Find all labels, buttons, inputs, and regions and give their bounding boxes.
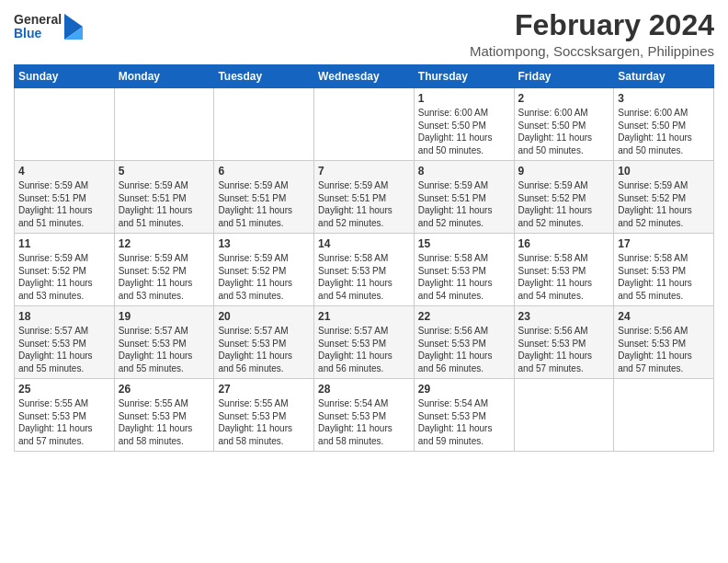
day-number: 10 [618,165,710,178]
calendar-cell: 18Sunrise: 5:57 AM Sunset: 5:53 PM Dayli… [15,306,115,379]
calendar-cell: 12Sunrise: 5:59 AM Sunset: 5:52 PM Dayli… [114,234,214,306]
calendar-week-row: 1Sunrise: 6:00 AM Sunset: 5:50 PM Daylig… [15,88,714,161]
cell-text: Sunrise: 5:58 AM Sunset: 5:53 PM Dayligh… [318,252,410,302]
day-number: 12 [119,237,210,250]
day-number: 24 [618,310,710,323]
day-number: 28 [318,383,410,396]
calendar-cell: 5Sunrise: 5:59 AM Sunset: 5:51 PM Daylig… [114,161,214,234]
day-number: 26 [119,383,210,396]
calendar-cell: 15Sunrise: 5:58 AM Sunset: 5:53 PM Dayli… [414,234,514,306]
calendar-cell: 24Sunrise: 5:56 AM Sunset: 5:53 PM Dayli… [614,306,714,379]
cell-text: Sunrise: 5:59 AM Sunset: 5:52 PM Dayligh… [18,252,110,302]
calendar-header-row: SundayMondayTuesdayWednesdayThursdayFrid… [15,65,714,88]
calendar-header-cell: Sunday [15,65,115,88]
calendar-cell: 10Sunrise: 5:59 AM Sunset: 5:52 PM Dayli… [614,161,714,234]
calendar-cell: 21Sunrise: 5:57 AM Sunset: 5:53 PM Dayli… [314,306,415,379]
day-number: 22 [418,310,510,323]
day-number: 9 [518,165,610,178]
calendar-cell: 8Sunrise: 5:59 AM Sunset: 5:51 PM Daylig… [414,161,514,234]
cell-text: Sunrise: 5:55 AM Sunset: 5:53 PM Dayligh… [18,397,110,447]
calendar-header-cell: Monday [114,65,214,88]
cell-text: Sunrise: 5:57 AM Sunset: 5:53 PM Dayligh… [318,325,410,374]
day-number: 13 [218,237,310,250]
calendar-cell: 28Sunrise: 5:54 AM Sunset: 5:53 PM Dayli… [314,379,415,452]
cell-text: Sunrise: 5:59 AM Sunset: 5:52 PM Dayligh… [618,179,710,229]
logo-icon [64,14,83,40]
day-number: 1 [418,92,510,105]
day-number: 7 [318,165,410,178]
day-number: 4 [18,165,110,178]
calendar-cell: 27Sunrise: 5:55 AM Sunset: 5:53 PM Dayli… [214,379,314,452]
calendar-header-cell: Wednesday [314,65,415,88]
day-number: 15 [418,237,510,250]
calendar-week-row: 11Sunrise: 5:59 AM Sunset: 5:52 PM Dayli… [15,234,714,306]
cell-text: Sunrise: 6:00 AM Sunset: 5:50 PM Dayligh… [618,107,710,156]
page: General Blue February 2024 Matiompong, S… [0,0,728,563]
cell-text: Sunrise: 5:54 AM Sunset: 5:53 PM Dayligh… [318,397,410,447]
cell-text: Sunrise: 5:56 AM Sunset: 5:53 PM Dayligh… [418,325,510,374]
cell-text: Sunrise: 5:55 AM Sunset: 5:53 PM Dayligh… [119,397,210,447]
cell-text: Sunrise: 6:00 AM Sunset: 5:50 PM Dayligh… [418,107,510,156]
cell-text: Sunrise: 5:58 AM Sunset: 5:53 PM Dayligh… [618,252,710,302]
calendar-cell [314,88,415,161]
calendar-cell: 13Sunrise: 5:59 AM Sunset: 5:52 PM Dayli… [214,234,314,306]
calendar-cell: 20Sunrise: 5:57 AM Sunset: 5:53 PM Dayli… [214,306,314,379]
calendar-cell [514,379,614,452]
calendar-body: 1Sunrise: 6:00 AM Sunset: 5:50 PM Daylig… [15,88,714,452]
day-number: 6 [218,165,310,178]
day-number: 27 [218,383,310,396]
cell-text: Sunrise: 5:57 AM Sunset: 5:53 PM Dayligh… [18,325,110,374]
calendar-table: SundayMondayTuesdayWednesdayThursdayFrid… [14,64,714,452]
day-number: 5 [119,165,210,178]
day-number: 3 [618,92,710,105]
calendar-cell: 3Sunrise: 6:00 AM Sunset: 5:50 PM Daylig… [614,88,714,161]
day-number: 8 [418,165,510,178]
day-number: 19 [119,310,210,323]
cell-text: Sunrise: 5:56 AM Sunset: 5:53 PM Dayligh… [518,325,610,374]
calendar-header-cell: Thursday [414,65,514,88]
cell-text: Sunrise: 5:57 AM Sunset: 5:53 PM Dayligh… [119,325,210,374]
day-number: 20 [218,310,310,323]
day-number: 21 [318,310,410,323]
cell-text: Sunrise: 5:58 AM Sunset: 5:53 PM Dayligh… [418,252,510,302]
calendar-cell: 2Sunrise: 6:00 AM Sunset: 5:50 PM Daylig… [514,88,614,161]
cell-text: Sunrise: 5:54 AM Sunset: 5:53 PM Dayligh… [418,397,510,447]
calendar-cell: 23Sunrise: 5:56 AM Sunset: 5:53 PM Dayli… [514,306,614,379]
day-number: 14 [318,237,410,250]
logo: General Blue [14,13,83,41]
calendar-cell: 29Sunrise: 5:54 AM Sunset: 5:53 PM Dayli… [414,379,514,452]
calendar-cell: 11Sunrise: 5:59 AM Sunset: 5:52 PM Dayli… [15,234,115,306]
calendar-cell: 6Sunrise: 5:59 AM Sunset: 5:51 PM Daylig… [214,161,314,234]
cell-text: Sunrise: 5:59 AM Sunset: 5:52 PM Dayligh… [119,252,210,302]
calendar-cell: 1Sunrise: 6:00 AM Sunset: 5:50 PM Daylig… [414,88,514,161]
cell-text: Sunrise: 5:59 AM Sunset: 5:51 PM Dayligh… [18,179,110,229]
calendar-cell: 14Sunrise: 5:58 AM Sunset: 5:53 PM Dayli… [314,234,415,306]
cell-text: Sunrise: 5:58 AM Sunset: 5:53 PM Dayligh… [518,252,610,302]
cell-text: Sunrise: 5:59 AM Sunset: 5:51 PM Dayligh… [418,179,510,229]
cell-text: Sunrise: 5:56 AM Sunset: 5:53 PM Dayligh… [618,325,710,374]
calendar-cell: 7Sunrise: 5:59 AM Sunset: 5:51 PM Daylig… [314,161,415,234]
calendar-cell: 17Sunrise: 5:58 AM Sunset: 5:53 PM Dayli… [614,234,714,306]
cell-text: Sunrise: 5:55 AM Sunset: 5:53 PM Dayligh… [218,397,310,447]
calendar-header-cell: Saturday [614,65,714,88]
logo-text: General Blue [14,13,62,41]
cell-text: Sunrise: 5:59 AM Sunset: 5:52 PM Dayligh… [218,252,310,302]
calendar-header-cell: Tuesday [214,65,314,88]
cell-text: Sunrise: 5:59 AM Sunset: 5:51 PM Dayligh… [218,179,310,229]
calendar-cell [114,88,214,161]
main-title: February 2024 [470,9,714,41]
day-number: 11 [18,237,110,250]
day-number: 16 [518,237,610,250]
calendar-week-row: 4Sunrise: 5:59 AM Sunset: 5:51 PM Daylig… [15,161,714,234]
cell-text: Sunrise: 5:57 AM Sunset: 5:53 PM Dayligh… [218,325,310,374]
day-number: 25 [18,383,110,396]
calendar-cell: 22Sunrise: 5:56 AM Sunset: 5:53 PM Dayli… [414,306,514,379]
calendar-week-row: 18Sunrise: 5:57 AM Sunset: 5:53 PM Dayli… [15,306,714,379]
calendar-cell: 26Sunrise: 5:55 AM Sunset: 5:53 PM Dayli… [114,379,214,452]
calendar-cell: 9Sunrise: 5:59 AM Sunset: 5:52 PM Daylig… [514,161,614,234]
sub-title: Matiompong, Soccsksargen, Philippines [470,43,714,59]
logo-general: General [14,13,62,27]
cell-text: Sunrise: 5:59 AM Sunset: 5:52 PM Dayligh… [518,179,610,229]
cell-text: Sunrise: 5:59 AM Sunset: 5:51 PM Dayligh… [119,179,210,229]
calendar-week-row: 25Sunrise: 5:55 AM Sunset: 5:53 PM Dayli… [15,379,714,452]
